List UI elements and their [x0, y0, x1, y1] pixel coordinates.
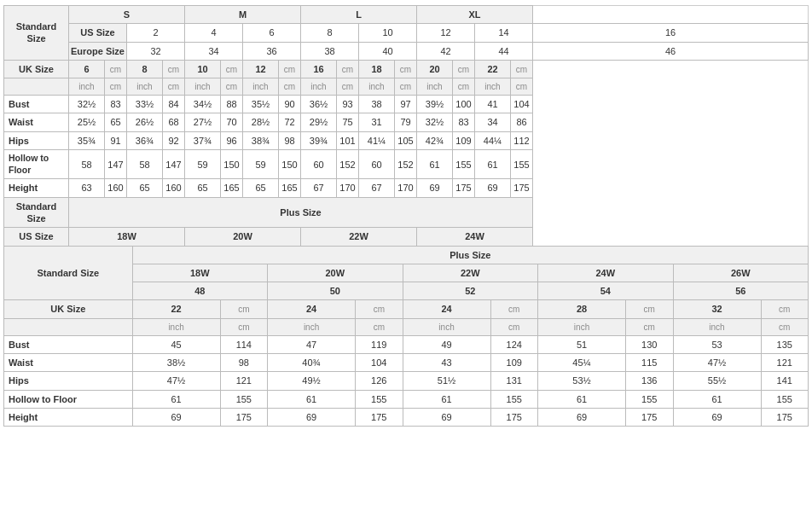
- ht-2c: 160: [105, 179, 127, 197]
- uk24b: 24: [403, 300, 490, 318]
- m-label: M: [185, 6, 301, 24]
- h2f-10c: 152: [337, 150, 359, 179]
- uk22: 22: [132, 300, 220, 318]
- hip-22c: 131: [490, 372, 537, 390]
- uk-lbl-p: UK Size: [4, 300, 133, 318]
- us-16: 16: [533, 24, 809, 42]
- waist-12i: 31: [359, 113, 395, 131]
- hips-2c: 91: [105, 131, 127, 149]
- us-20w: 20W: [185, 228, 301, 246]
- uk32c: cm: [761, 300, 808, 318]
- bust-10i: 36½: [301, 96, 337, 113]
- pc3: cm: [490, 318, 537, 335]
- uk-8: 8: [127, 60, 163, 78]
- us-8: 8: [301, 24, 359, 42]
- inch6: inch: [359, 78, 395, 96]
- ht-16i: 69: [475, 179, 511, 197]
- uk32: 32: [673, 300, 761, 318]
- bp-24i: 51: [538, 335, 626, 353]
- ht-12i: 67: [359, 179, 395, 197]
- uk-20: 20: [417, 60, 453, 78]
- uk24bc: cm: [490, 300, 537, 318]
- waist-16i: 34: [475, 113, 511, 131]
- us22w: 22W: [403, 264, 537, 282]
- h2f-16i: 61: [475, 150, 511, 179]
- hollow-lbl: Hollow toFloor: [4, 150, 69, 179]
- h2f-18c: 155: [220, 390, 267, 408]
- hips-lbl: Hips: [4, 131, 69, 149]
- ht-20c: 175: [356, 408, 403, 426]
- uk-cm8: cm: [163, 60, 185, 78]
- eu56: 56: [673, 282, 809, 300]
- eu-lbl: Europe Size: [69, 42, 127, 60]
- bust-lbl-p: Bust: [4, 335, 133, 353]
- h2f-22c: 155: [490, 390, 537, 408]
- ht-16c: 175: [511, 179, 533, 197]
- hip-22i: 51½: [403, 372, 490, 390]
- waist-lbl: Waist: [4, 113, 69, 131]
- h2f-14i: 61: [417, 150, 453, 179]
- hip-20c: 126: [356, 372, 403, 390]
- bust-12c: 97: [395, 96, 417, 113]
- bp-22i: 49: [403, 335, 490, 353]
- ht-6i: 65: [185, 179, 221, 197]
- hips-2i: 35¾: [69, 131, 105, 149]
- r-eu: Europe Size 32 34 36 38 40 42 44 46: [4, 42, 809, 60]
- plus-header: Standard Size Plus Size: [4, 246, 809, 264]
- eu-36: 36: [243, 42, 301, 60]
- eu-46: 46: [533, 42, 809, 60]
- ht-24c: 175: [626, 408, 673, 426]
- blank-p: [4, 318, 133, 335]
- h2f-12c: 152: [395, 150, 417, 179]
- hollow-lbl-p: Hollow to Floor: [4, 390, 133, 408]
- wp-18i: 38½: [132, 354, 220, 372]
- r-hollow: Hollow toFloor 58 147 58 147 59 150 59 1…: [4, 150, 809, 179]
- bust-14i: 39½: [417, 96, 453, 113]
- bust-2c: 83: [105, 96, 127, 113]
- r-height: Height 63 160 65 160 65 165 65 165 67 17…: [4, 179, 809, 197]
- hips-6c: 96: [221, 131, 243, 149]
- hip-24i: 53½: [538, 372, 626, 390]
- hips-10i: 39¾: [301, 131, 337, 149]
- plus-chart: Standard Size Plus Size 18W 20W 22W 24W …: [3, 246, 809, 427]
- pi5: inch: [673, 318, 761, 335]
- ht-2i: 63: [69, 179, 105, 197]
- wp-22c: 109: [490, 354, 537, 372]
- h2f-12i: 60: [359, 150, 395, 179]
- bp-18i: 45: [132, 335, 220, 353]
- r-std-plus-hdr: Standard Size Plus Size: [4, 197, 809, 228]
- inch-cm-plus: inch cm inch cm inch cm inch cm inch cm: [4, 318, 809, 335]
- inch7: inch: [417, 78, 453, 96]
- ht-8c: 165: [279, 179, 301, 197]
- h2f-2i: 58: [69, 150, 105, 179]
- height-plus: Height 69 175 69 175 69 175 69 175 69 17…: [4, 408, 809, 426]
- ht-14c: 175: [453, 179, 475, 197]
- bust-8c: 90: [279, 96, 301, 113]
- ht-18c: 175: [220, 408, 267, 426]
- h2f-24c: 155: [626, 390, 673, 408]
- h2f-16c: 155: [511, 150, 533, 179]
- uk24: 24: [268, 300, 356, 318]
- bust-lbl: Bust: [4, 96, 69, 113]
- eu-34: 34: [185, 42, 243, 60]
- h2f-8i: 59: [243, 150, 279, 179]
- bp-18c: 114: [220, 335, 267, 353]
- bust-6i: 34½: [185, 96, 221, 113]
- inch1: inch: [69, 78, 105, 96]
- waist-2i: 25½: [69, 113, 105, 131]
- pi3: inch: [403, 318, 490, 335]
- pi2: inch: [268, 318, 356, 335]
- inch5: inch: [301, 78, 337, 96]
- us-4: 4: [185, 24, 243, 42]
- waist-4i: 26½: [127, 113, 163, 131]
- uk22c: cm: [220, 300, 267, 318]
- waist-plus: Waist 38½ 98 40¾ 104 43 109 45¼ 115 47½ …: [4, 354, 809, 372]
- cm2: cm: [163, 78, 185, 96]
- uk-22: 22: [475, 60, 511, 78]
- uk-6: 6: [69, 60, 105, 78]
- bust-plus: Bust 45 114 47 119 49 124 51 130 53 135: [4, 335, 809, 353]
- pc5: cm: [761, 318, 808, 335]
- wp-22i: 43: [403, 354, 490, 372]
- ht-4c: 160: [163, 179, 185, 197]
- waist-2c: 65: [105, 113, 127, 131]
